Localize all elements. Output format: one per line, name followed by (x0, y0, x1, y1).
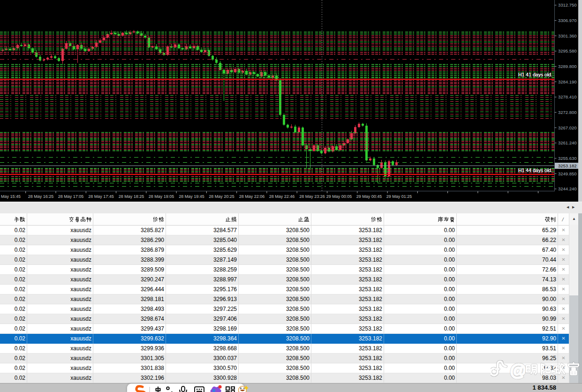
svg-text:28 May 18:25: 28 May 18:25 (119, 194, 144, 199)
svg-text:29 May 00:45: 29 May 00:45 (356, 194, 382, 199)
svg-text:3289.800: 3289.800 (558, 64, 577, 69)
svg-text:29 May 00:05: 29 May 00:05 (326, 194, 352, 199)
svg-text:3249.850: 3249.850 (558, 171, 577, 176)
svg-text:28 May 19:45: 28 May 19:45 (179, 194, 204, 199)
svg-text:3278.410: 3278.410 (558, 94, 577, 99)
svg-text:28 May 17:05: 28 May 17:05 (58, 194, 84, 199)
svg-text:3253.182: 3253.182 (558, 163, 577, 168)
svg-text:28 May 16:25: 28 May 16:25 (28, 194, 54, 199)
svg-text:3255.630: 3255.630 (558, 156, 577, 161)
svg-text:28 May 23:26: 28 May 23:26 (299, 194, 325, 199)
svg-text:@: @ (510, 361, 527, 379)
svg-text:3312.750: 3312.750 (558, 2, 577, 8)
svg-text:3261.240: 3261.240 (558, 140, 577, 145)
svg-text:3306.970: 3306.970 (558, 18, 577, 23)
svg-text:H1 41 days old.: H1 41 days old. (518, 72, 552, 77)
svg-text:28 May 17:45: 28 May 17:45 (88, 194, 114, 199)
svg-text:3284.190: 3284.190 (558, 79, 577, 84)
svg-text:28 May 22:06: 28 May 22:06 (239, 194, 265, 199)
svg-text:3301.360: 3301.360 (558, 33, 577, 38)
svg-text:3244.240: 3244.240 (558, 186, 577, 191)
svg-text:May 15:45: May 15:45 (1, 194, 21, 199)
svg-text:28 May 19:05: 28 May 19:05 (149, 194, 174, 199)
svg-text:28 May 22:46: 28 May 22:46 (269, 194, 295, 199)
svg-text:3267.020: 3267.020 (558, 125, 577, 130)
svg-text:3295.580: 3295.580 (558, 48, 577, 53)
svg-text:3272.800: 3272.800 (558, 110, 577, 115)
svg-text:28 May 20:25: 28 May 20:25 (209, 194, 234, 199)
svg-text:29 May 01:25: 29 May 01:25 (386, 194, 412, 199)
svg-text:H1 44 days old.: H1 44 days old. (518, 167, 552, 173)
